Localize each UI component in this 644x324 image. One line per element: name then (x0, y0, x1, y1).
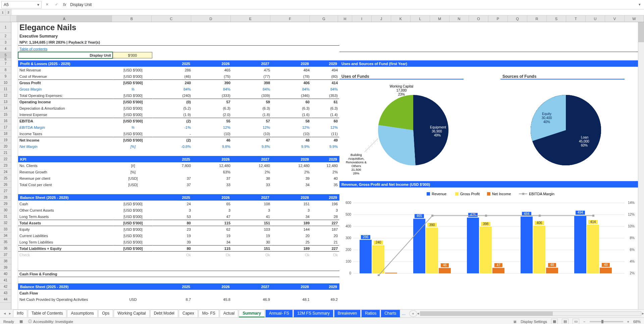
row-header-35[interactable]: 35 (0, 239, 11, 245)
row-header-8[interactable]: 8 (0, 67, 11, 73)
row-header-18[interactable]: 18 (0, 130, 11, 137)
sheet-tab-breakeven[interactable]: Breakeven (334, 310, 361, 317)
formula-input[interactable]: Display Unit (70, 2, 639, 7)
row-header-20[interactable]: 20 (0, 143, 11, 150)
name-box[interactable]: A5 ▾ (1, 1, 42, 8)
col-header-I[interactable]: I (352, 15, 372, 22)
sheet-tab-capex[interactable]: Capex (179, 310, 198, 317)
col-header-G[interactable]: G (310, 15, 338, 22)
outline-level-1[interactable]: 1 (0, 9, 6, 15)
col-header-H[interactable]: H (338, 15, 352, 22)
row-header-27[interactable]: 27 (0, 188, 11, 194)
sheet-tab-table-of-contents[interactable]: Table of Contents (28, 310, 66, 317)
row-header-21[interactable]: 21 (0, 150, 11, 156)
outline-level-2[interactable]: 2 (6, 9, 11, 15)
sheet-tab-ops[interactable]: Ops (98, 310, 113, 317)
row-header-25[interactable]: 25 (0, 175, 11, 181)
row-header-37[interactable]: 37 (0, 252, 11, 258)
name-box-dropdown-icon[interactable]: ▾ (37, 2, 39, 7)
row-header-30[interactable]: 30 (0, 207, 11, 213)
row-header-33[interactable]: 33 (0, 226, 11, 232)
view-normal-icon[interactable]: ▦ (551, 319, 558, 324)
view-pagebreak-icon[interactable]: ▭ (573, 319, 579, 324)
row-header-19[interactable]: 19 (0, 137, 11, 143)
col-header-A[interactable]: A (17, 15, 112, 22)
macro-icon[interactable]: ▦ (19, 319, 23, 324)
col-header-K[interactable]: K (391, 15, 411, 22)
row-header-36[interactable]: 36 (0, 245, 11, 252)
row-header-12[interactable]: 12 (0, 92, 11, 99)
tab-nav-prev-icon[interactable]: ◄ (2, 312, 7, 315)
display-settings-text[interactable]: Display Settings (521, 320, 547, 324)
row-header-26[interactable]: 26 (0, 181, 11, 188)
col-header-D[interactable]: D (191, 15, 231, 22)
zoom-value[interactable]: 68% (633, 320, 641, 324)
row-header-16[interactable]: 16 (0, 118, 11, 124)
sheet-tab-actual[interactable]: Actual (220, 310, 238, 317)
row-header-28[interactable]: 28 (0, 194, 11, 201)
row-header-31[interactable]: 31 (0, 213, 11, 220)
hscroll-right-icon[interactable]: ► (640, 312, 644, 315)
sheet-tab-assumptions[interactable]: Assumptions (67, 310, 98, 317)
row-header-43[interactable]: 43 (0, 290, 11, 296)
accessibility-text[interactable]: Accessibility: Investigate (33, 320, 73, 324)
row-header-15[interactable]: 15 (0, 111, 11, 118)
row-header-9[interactable]: 9 (0, 73, 11, 79)
sheet-tab-debt-model[interactable]: Debt Model (150, 310, 178, 317)
select-all-corner[interactable] (0, 15, 10, 22)
col-header-R[interactable]: R (527, 15, 547, 22)
fx-icon[interactable]: fx (63, 2, 66, 7)
row-header-23[interactable]: 23 (0, 162, 11, 169)
row-header-39[interactable]: 39 (0, 264, 11, 271)
row-header-38[interactable]: 38 (0, 258, 11, 264)
row-header-17[interactable]: 17 (0, 124, 11, 130)
row-header-22[interactable]: 22 (0, 156, 11, 162)
col-header-N[interactable]: N (449, 15, 469, 22)
formula-expand-icon[interactable]: ▾ (639, 2, 641, 7)
grid-content[interactable]: Elegance NailsExecutive SummaryNPV: 1,18… (18, 22, 644, 309)
cancel-formula-icon[interactable]: ✕ (43, 1, 51, 8)
col-header-F[interactable]: F (270, 15, 310, 22)
sheet-tab-info[interactable]: Info (13, 310, 27, 317)
sheet-tab-12m-fs-summary[interactable]: 12M FS Summary (293, 310, 333, 317)
row-header-2[interactable]: 2 (0, 33, 11, 39)
sheet-tab-charts[interactable]: Charts (381, 310, 400, 317)
row-header-7[interactable]: 7 (0, 60, 11, 67)
sheet-tab-ratios[interactable]: Ratios (361, 310, 380, 317)
col-header-S[interactable]: S (547, 15, 566, 22)
row-header-14[interactable]: 14 (0, 105, 11, 111)
col-header-B[interactable]: B (112, 15, 152, 22)
tab-nav-next-icon[interactable]: ► (7, 312, 13, 315)
col-header-P[interactable]: P (488, 15, 508, 22)
row-header-32[interactable]: 32 (0, 220, 11, 226)
col-header-O[interactable]: O (469, 15, 488, 22)
vscroll-thumb[interactable] (638, 22, 644, 42)
display-settings-icon[interactable]: 🖥 (513, 320, 517, 324)
zoom-slider[interactable] (590, 321, 623, 322)
view-pagelayout-icon[interactable]: ▤ (562, 319, 569, 324)
row-header-24[interactable]: 24 (0, 169, 11, 175)
sheet-tab-annual-fs[interactable]: Annual- FS (265, 310, 293, 317)
row-header-41[interactable]: 41 (0, 277, 11, 283)
row-header-42[interactable]: 42 (0, 283, 11, 290)
row-header-40[interactable]: 40 (0, 271, 11, 277)
horizontal-scrollbar[interactable]: ◄ ► (420, 311, 641, 316)
col-header-Q[interactable]: Q (508, 15, 527, 22)
selected-cell[interactable]: Display Unit (18, 52, 113, 59)
row-header-4[interactable]: 4 (0, 46, 11, 52)
row-header-44[interactable]: 44 (0, 296, 11, 303)
col-header-M[interactable]: M (430, 15, 449, 22)
row-header-10[interactable]: 10 (0, 79, 11, 86)
vertical-scrollbar[interactable] (638, 22, 644, 309)
row-header-1[interactable]: 1 (0, 22, 11, 33)
col-header-J[interactable]: J (372, 15, 391, 22)
col-header-W[interactable]: W (625, 15, 644, 22)
zoom-out-icon[interactable]: − (583, 320, 585, 324)
zoom-in-icon[interactable]: + (627, 320, 629, 324)
row-header-11[interactable]: 11 (0, 86, 11, 92)
col-header-V[interactable]: V (605, 15, 625, 22)
col-header-L[interactable]: L (411, 15, 430, 22)
col-header-U[interactable]: U (586, 15, 605, 22)
sheet-tab-mo-fs[interactable]: Mo- FS (199, 310, 219, 317)
sheet-tab-summary[interactable]: Summary (239, 310, 265, 317)
